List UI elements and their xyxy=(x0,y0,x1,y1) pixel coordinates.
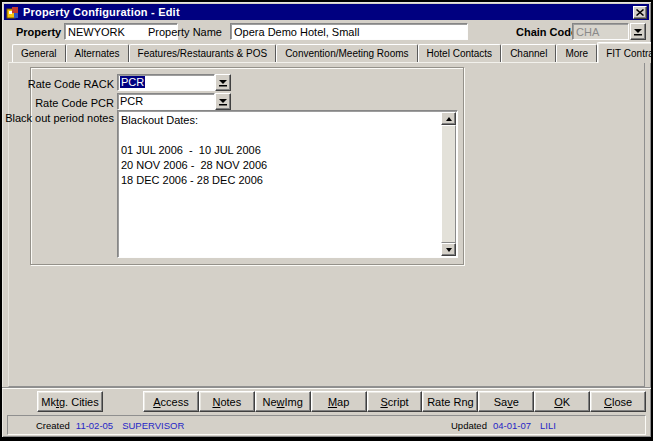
dropdown-arrow-icon xyxy=(633,27,643,36)
arrow-up-icon xyxy=(446,117,452,121)
window-title: Property Configuration - Edit xyxy=(23,6,180,18)
script-button[interactable]: Script xyxy=(367,391,423,412)
rate-code-rack-label: Rate Code RACK xyxy=(2,78,114,90)
tab-features-restaurants-pos[interactable]: Features/Restaurants & POS xyxy=(129,44,277,62)
blackout-notes-textarea[interactable]: Blackout Dates: 01 JUL 2006 - 10 JUL 200… xyxy=(118,111,441,257)
created-label: Created xyxy=(36,420,70,431)
updated-info: Updated 04-01-07 LILI xyxy=(451,420,556,431)
map-button[interactable]: Map xyxy=(311,391,367,412)
rate-rng-button[interactable]: Rate Rng xyxy=(422,391,478,412)
chain-code-field xyxy=(572,23,629,40)
notes-scrollbar[interactable] xyxy=(441,112,456,256)
scroll-down-button[interactable] xyxy=(441,243,456,256)
close-button[interactable] xyxy=(633,6,647,19)
tab-hotel-contacts[interactable]: Hotel Contacts xyxy=(418,44,502,62)
scroll-up-button[interactable] xyxy=(441,112,456,125)
rate-code-rack-input[interactable]: PCR xyxy=(117,74,215,91)
tab-convention-meeting-rooms[interactable]: Convention/Meeting Rooms xyxy=(276,44,417,62)
footer-button-row: Access Notes New Img Map Script Rate Rng… xyxy=(143,391,646,412)
arrow-down-icon xyxy=(446,248,452,252)
created-info: Created 11-02-05 SUPERVISOR xyxy=(36,420,184,431)
dropdown-arrow-icon xyxy=(218,97,228,106)
blackout-notes-field: Blackout Dates: 01 JUL 2006 - 10 JUL 200… xyxy=(117,110,458,258)
updated-label: Updated xyxy=(451,420,487,431)
rate-code-pcr-input[interactable]: PCR xyxy=(117,93,215,110)
property-label: Property xyxy=(16,26,61,38)
tab-bar: General Alternates Features/Restaurants … xyxy=(12,41,643,62)
rate-code-rack-value: PCR xyxy=(120,76,145,88)
blackout-notes-label: Black out period notes xyxy=(2,112,114,124)
updated-by: LILI xyxy=(540,420,556,431)
chain-code-label: Chain Code xyxy=(516,26,577,38)
close-button-footer[interactable]: Close xyxy=(590,391,646,412)
updated-date: 04-01-07 xyxy=(493,420,531,431)
property-name-label: Property Name xyxy=(148,26,222,38)
chain-code-dropdown-button[interactable] xyxy=(630,23,646,40)
tab-alternates[interactable]: Alternates xyxy=(66,44,129,62)
created-date: 11-02-05 xyxy=(76,420,113,431)
close-icon xyxy=(636,9,644,16)
app-icon xyxy=(6,6,19,19)
tab-general[interactable]: General xyxy=(12,44,66,62)
save-button[interactable]: Save xyxy=(478,391,534,412)
tab-fit-contracts[interactable]: FIT Contracts xyxy=(597,42,653,63)
new-img-button[interactable]: New Img xyxy=(255,391,311,412)
rate-code-pcr-dropdown-button[interactable] xyxy=(215,93,231,110)
access-button[interactable]: Access xyxy=(143,391,199,412)
tab-channel[interactable]: Channel xyxy=(501,44,556,62)
notes-button[interactable]: Notes xyxy=(199,391,255,412)
dropdown-arrow-icon xyxy=(218,78,228,87)
property-name-input[interactable] xyxy=(230,23,468,40)
statusbar: Created 11-02-05 SUPERVISOR Updated 04-0… xyxy=(7,415,646,435)
footer-divider xyxy=(2,387,651,389)
rate-code-rack-dropdown-button[interactable] xyxy=(215,74,231,91)
rate-code-pcr-label: Rate Code PCR xyxy=(2,97,114,109)
titlebar: Property Configuration - Edit xyxy=(4,4,649,20)
scrollbar-thumb[interactable] xyxy=(441,125,456,243)
tab-more[interactable]: More xyxy=(556,44,597,62)
property-configuration-window: Property Configuration - Edit Property P… xyxy=(0,0,653,441)
ok-button[interactable]: OK xyxy=(534,391,590,412)
mktg-cities-button[interactable]: Mktg. Cities xyxy=(37,391,103,412)
created-by: SUPERVISOR xyxy=(122,420,184,431)
